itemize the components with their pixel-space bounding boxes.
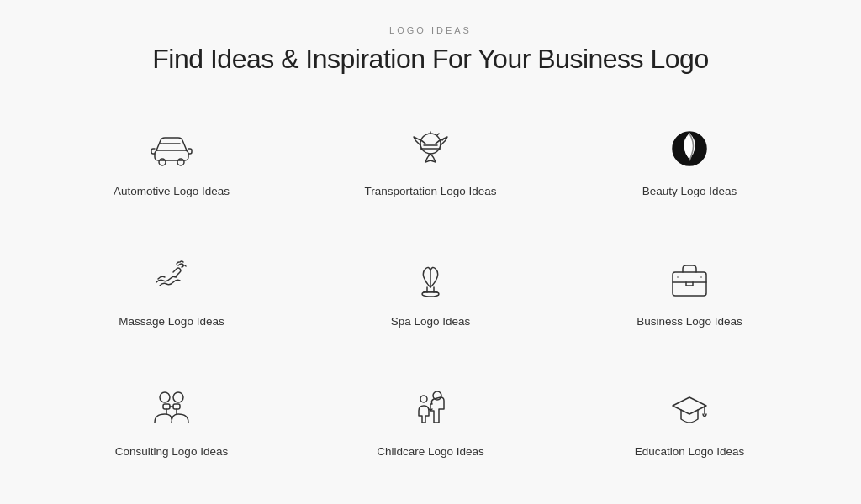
consulting-icon	[145, 382, 198, 436]
svg-point-12	[420, 396, 427, 402]
spa-icon	[404, 252, 457, 306]
svg-point-7	[160, 392, 170, 402]
spa-label: Spa Logo Ideas	[391, 314, 471, 330]
page-title: Find Ideas & Inspiration For Your Busine…	[50, 44, 811, 75]
transportation-label: Transportation Logo Ideas	[364, 184, 496, 200]
svg-point-2	[177, 159, 184, 165]
svg-point-1	[159, 159, 166, 165]
svg-rect-10	[173, 404, 180, 409]
logo-item-consulting[interactable]: Consulting Logo Ideas	[50, 369, 293, 474]
logo-item-business[interactable]: Business Logo Ideas	[568, 239, 811, 344]
logo-item-massage[interactable]: Massage Logo Ideas	[50, 239, 293, 344]
education-icon	[663, 382, 716, 436]
svg-point-3	[420, 134, 441, 154]
logo-item-education[interactable]: Education Logo Ideas	[568, 369, 811, 474]
logo-grid: Automotive Logo Ideas Transportation Log…	[50, 108, 811, 504]
logo-item-transportation[interactable]: Transportation Logo Ideas	[309, 108, 552, 213]
logo-item-automotive[interactable]: Automotive Logo Ideas	[50, 108, 293, 213]
automotive-icon	[145, 122, 198, 176]
svg-point-8	[173, 392, 183, 402]
beauty-icon	[663, 122, 716, 176]
massage-icon	[145, 252, 198, 306]
transportation-icon	[404, 122, 457, 176]
consulting-label: Consulting Logo Ideas	[115, 444, 228, 460]
childcare-label: Childcare Logo Ideas	[377, 444, 484, 460]
logo-item-contracting[interactable]: Contracting Logo Ideas	[568, 499, 811, 504]
massage-label: Massage Logo Ideas	[119, 314, 224, 330]
svg-rect-9	[163, 404, 170, 409]
logo-item-childcare[interactable]: Childcare Logo Ideas	[309, 369, 552, 474]
childcare-icon	[404, 382, 457, 436]
business-label: Business Logo Ideas	[637, 314, 742, 330]
svg-rect-0	[155, 150, 188, 160]
logo-item-construction[interactable]: Construction Logo Ideas	[309, 499, 552, 504]
automotive-label: Automotive Logo Ideas	[114, 184, 230, 200]
business-icon	[663, 252, 716, 306]
svg-rect-6	[673, 272, 706, 296]
logo-item-spa[interactable]: Spa Logo Ideas	[309, 239, 552, 344]
eyebrow-label: LOGO IDEAS	[50, 25, 811, 35]
beauty-label: Beauty Logo Ideas	[642, 184, 737, 200]
logo-item-beauty[interactable]: Beauty Logo Ideas	[568, 108, 811, 213]
page-header: LOGO IDEAS Find Ideas & Inspiration For …	[50, 25, 811, 75]
logo-item-cleaning[interactable]: Cleaning Logo Ideas	[50, 499, 293, 504]
education-label: Education Logo Ideas	[635, 444, 745, 460]
